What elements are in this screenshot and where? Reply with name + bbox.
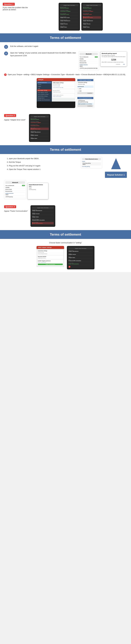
connection-type-screens: OBD2 Adapter Settings Connection setting… (76, 78, 94, 108)
section3-screens: OBD2 Adapter Settings Connection setting… (4, 246, 127, 269)
adapter-item-conn-adapter: Connection to adapter Connection to adap… (60, 10, 78, 12)
question3-screens: Adapter Status Information Manufacturer … (30, 205, 127, 227)
q2-error-value: Adapter Error Count (31, 128, 49, 130)
adapter-screen-1: Adapter Status Information Bluetooth sta… (58, 3, 80, 30)
choose-device-row[interactable]: Choose Bluetooth Device ▶ (53, 87, 74, 88)
wifi-option-label: WiFi (79, 88, 81, 90)
adapter-title-2: Adapter Status Information (83, 4, 101, 6)
s3-bt-device[interactable]: Choose Bluetooth Device (38, 253, 63, 254)
torque-app-screen: TORQUE General Preferences Themes Plugin… (37, 78, 75, 108)
paired-screen: Paired Bluetooth device Unpair Currently… (81, 157, 102, 168)
section3-header-text: Terms of settlement (50, 232, 81, 236)
adapter-item-conn-ecu: ECU connection Connection to ECU (60, 13, 78, 16)
torque-menu-item-units[interactable]: Units (37, 88, 51, 89)
bt-device-item-2[interactable]: OBDII [AA:BB:CC:11:22:33] (77, 103, 93, 105)
adapter-item-bt-enabled: Bluetooth status Bluetooth Enabled (60, 7, 78, 9)
dialog-ok-btn[interactable]: OK (122, 64, 126, 65)
s2-turn-on-row: Turn on Bluetooth ON (6, 185, 25, 186)
s3-notes: Notes Adapter Notes (68, 256, 93, 259)
intro-screens-area: Adapter Status Information Bluetooth sta… (33, 3, 128, 30)
settlement2-steps: 1. open your bluetooth,unpair the OBDII.… (4, 157, 78, 171)
s2-bt-toggle[interactable]: ON (22, 185, 25, 186)
torque-menu-item-speech[interactable]: Speech/Alarm Settings (37, 95, 51, 97)
step3-row: 3 Open your Torque---setting---OBD2 Adap… (4, 74, 127, 76)
faster-comm-row[interactable]: Faster communication (53, 96, 74, 98)
big-arrow-container (109, 157, 123, 170)
step1-content: Exit the software, and enter it again (10, 45, 127, 48)
s3-connection-type[interactable]: Connection type (38, 252, 63, 253)
question3-text: Appear "Faster Communication" (4, 210, 28, 212)
big-arrow-up (111, 158, 121, 169)
usb-option-label: USB (79, 90, 81, 92)
torque-menu-item-data[interactable]: Data Logging & Upload (37, 91, 51, 93)
connection-type-row[interactable]: Connection type ▶ (53, 85, 74, 87)
repeat-solution-box: Repeat Solution 1 (105, 172, 127, 178)
wifi-radio (78, 88, 78, 89)
bt-received-row: Received files (80, 62, 98, 64)
q3-faster-comm: Communication Faster communication (32, 222, 54, 224)
q3-version: Version Adapter Version (32, 212, 54, 215)
bt-device-name-label: Device name (80, 60, 86, 62)
bt-device-cancel-btn[interactable]: CANCEL (77, 105, 93, 107)
s2-dialog-pairing-status: Currently pairing (29, 189, 47, 190)
question3-badge: Question 3 (4, 205, 16, 208)
s3-faster-comm-btn[interactable]: Faster communication (38, 264, 63, 265)
q2-error-count: Error count Adapter Error Count (30, 128, 49, 130)
section1-header: Terms of settlement (0, 33, 131, 42)
connection-settings-label: Connection settings (77, 82, 93, 83)
s2-obd0-row: OBD0 (6, 194, 25, 196)
bt-device2-row: 小车平台 (Auto [34:80:B3:04:5E:58]) (80, 67, 98, 70)
repeat-solution-text: Repeat Solution 1 (107, 174, 125, 176)
dialog-cancel-btn[interactable]: CANCEL (115, 64, 121, 65)
torque-menu-item-themes[interactable]: Themes (37, 84, 51, 86)
torque-menu-item-plugins[interactable]: Plugins (37, 86, 51, 87)
torque-menu-item-adapter[interactable]: OBD Adapter Settings (37, 90, 51, 91)
q2-version: Version Adapter Version (30, 134, 49, 136)
bt-option-label: Bluetooth (79, 86, 84, 87)
adapter-item-ver: Version label Adapter Version (60, 22, 78, 25)
step1-row: 1 Exit the software, and enter it again (4, 45, 127, 49)
elm327-row: ELM327 Adapter preference (53, 94, 74, 96)
torque-menu-item-general[interactable]: General Preferences (37, 82, 51, 84)
adapter-item-conn-adapter-2: Connection to adapter Connection to adap… (83, 10, 101, 12)
question2-left: Question 2 Appear "Adapter Error count" (4, 114, 26, 121)
steps-list: 1. open your bluetooth,unpair the OBDII.… (4, 157, 78, 171)
adapter-item-error-2: Error count label Adapter Error Count (83, 16, 101, 19)
q2-adapter-screen: Adapter Status Information Bluetooth sta… (29, 114, 50, 142)
usb-option[interactable]: USB (77, 90, 93, 92)
step1-number: 1 (4, 45, 8, 49)
connection-cancel-btn[interactable]: CANCEL (77, 92, 93, 94)
q2-adapter-content: Adapter Status Information Bluetooth sta… (30, 115, 50, 141)
settlement2-bt-screens: Bluetooth Turn on Bluetooth ON Visibilit… (4, 180, 127, 199)
adapter-item-error: Error count label Adapter Error Count (60, 16, 78, 19)
elm327-pref: ELM327 Adapter preference Faster communi… (52, 94, 75, 98)
choose-bt-device-screen: Choose Bluetooth Device 小车平台(Auto [34:80… (76, 96, 94, 108)
faster-comm-description: Choose faster communication in "setting" (4, 242, 127, 244)
bt-toggle[interactable]: ON (95, 56, 98, 58)
s2-device-name-row: Device name (6, 188, 25, 190)
intro-section: Question 1 If you meet the problem like … (0, 0, 131, 33)
torque-menu-item-dash[interactable]: Dash installation settings (37, 93, 51, 95)
s2-dialog-title: Paired Bluetooth device (29, 184, 47, 186)
wifi-option[interactable]: WiFi (77, 88, 93, 90)
step3-num: 3 (4, 74, 6, 76)
q3-mpg: MPG Calculation Enhanced MPG Calculation (32, 219, 54, 221)
torque-menu: General Preferences Themes Plugins Units… (37, 81, 75, 102)
torque-menu-item-extra[interactable]: Manage extra PIDs/Sensors (37, 99, 51, 101)
s3-torque-mock: OBD2 Adapter Settings Connection setting… (36, 246, 64, 267)
s2-dialog-unpair: Unpair (29, 188, 47, 188)
step2-screens: Bluetooth Turn on Bluetooth ON Visibilit… (78, 52, 127, 71)
connection-settings-row: Connection settings (53, 84, 74, 85)
bt-option[interactable]: Bluetooth (77, 86, 93, 88)
torque-main-panel: OBD2 Adapter Settings Connection setting… (52, 81, 75, 102)
section1-header-text: Terms of settlement (50, 36, 81, 40)
s3-connection-section: Connection settings Connection type Choo… (37, 250, 63, 255)
bt-device-item-1[interactable]: 小车平台(Auto [34:80:B3:04:5E:58]) (77, 100, 93, 103)
bt-toggle-row: Turn on Bluetooth ON (80, 56, 98, 58)
adapter-screen-1-content: Adapter Status Information Bluetooth sta… (60, 4, 79, 30)
step3-text: Open your Torque---setting---OBD2 Adapte… (8, 74, 126, 76)
q2-notes: Notes Adapter Notes (30, 137, 49, 140)
s3-faster-comm-row[interactable]: Faster communication (38, 262, 63, 263)
torque-menu-item-alarms[interactable]: Manage Alarms (37, 97, 51, 99)
bt-screen-header: Bluetooth (80, 53, 98, 55)
